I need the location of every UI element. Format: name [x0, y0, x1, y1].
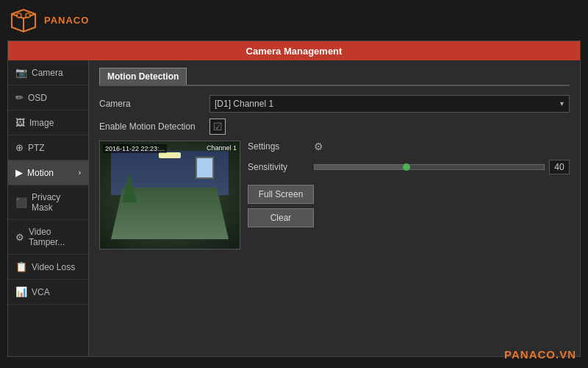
full-screen-button[interactable]: Full Screen: [248, 185, 314, 204]
panel-content: 📷 Camera ✏ OSD 🖼 Image ⊕ PTZ ▶ Motion ›: [8, 60, 580, 356]
right-content: Motion Detection Camera [D1] Channel 1 […: [89, 60, 580, 356]
settings-label: Settings: [248, 141, 314, 152]
image-icon: 🖼: [15, 117, 25, 128]
clear-button[interactable]: Clear: [248, 208, 314, 227]
camera-icon: 📷: [15, 67, 27, 78]
sidebar-item-motion[interactable]: ▶ Motion ›: [8, 160, 88, 185]
camera-form-row: Camera [D1] Channel 1 [D2] Channel 2 [D3…: [99, 95, 570, 113]
camera-channel: Channel 1: [207, 144, 237, 152]
sidebar-item-image[interactable]: 🖼 Image: [8, 110, 88, 135]
brand-name: PANACO: [44, 15, 89, 26]
privacy-icon: ⬛: [15, 197, 27, 208]
sidebar-label-tamper: Video Tamper...: [29, 227, 81, 247]
panel-title: Camera Management: [246, 46, 343, 57]
tab-header: Motion Detection: [99, 68, 570, 86]
sensitivity-row: Sensitivity 40: [248, 160, 570, 174]
logo-icon: [6, 7, 41, 35]
osd-icon: ✏: [15, 92, 24, 103]
sensitivity-value: 40: [549, 160, 570, 174]
logo-area: PANACO: [6, 7, 89, 35]
sidebar-label-vca: VCA: [32, 287, 50, 297]
sidebar-label-privacy: Privacy Mask: [32, 192, 81, 213]
sidebar-label-videoloss: Video Loss: [32, 262, 75, 272]
fisheye-scene: [100, 141, 240, 249]
enable-motion-label: Enable Motion Detection: [99, 121, 209, 132]
main-panel: Camera Management 📷 Camera ✏ OSD 🖼 Image…: [7, 40, 581, 357]
top-bar: PANACO: [0, 0, 588, 40]
camera-field-label: Camera: [99, 99, 209, 109]
sidebar-item-video-tamper[interactable]: ⚙ Video Tamper...: [8, 220, 88, 255]
sidebar-item-ptz[interactable]: ⊕ PTZ: [8, 135, 88, 160]
sidebar-label-motion: Motion: [27, 168, 54, 178]
settings-row: Settings ⚙: [248, 141, 570, 152]
tab-motion-detection[interactable]: Motion Detection: [99, 68, 187, 85]
camera-select[interactable]: [D1] Channel 1 [D2] Channel 2 [D3] Chann…: [209, 95, 570, 113]
ptz-icon: ⊕: [15, 142, 24, 153]
sidebar-item-osd[interactable]: ✏ OSD: [8, 85, 88, 110]
sidebar-item-video-loss[interactable]: 📋 Video Loss: [8, 255, 88, 280]
camera-select-wrapper: [D1] Channel 1 [D2] Channel 2 [D3] Chann…: [209, 95, 570, 113]
room-visual: [111, 151, 229, 239]
settings-gear-icon[interactable]: ⚙: [314, 141, 323, 152]
camera-feed: 2016-11-22 22:23:... Channel 1: [99, 141, 240, 250]
panel-title-bar: Camera Management: [8, 41, 580, 60]
enable-motion-row: Enable Motion Detection ☑: [99, 118, 570, 135]
sensitivity-label: Sensitivity: [248, 162, 314, 172]
sidebar-label-image: Image: [29, 118, 54, 128]
camera-select-wrap: [D1] Channel 1 [D2] Channel 2 [D3] Chann…: [209, 95, 570, 113]
motion-arrow-icon: ›: [79, 169, 81, 177]
sensitivity-slider-thumb[interactable]: [403, 163, 410, 171]
sidebar: 📷 Camera ✏ OSD 🖼 Image ⊕ PTZ ▶ Motion ›: [8, 60, 89, 356]
enable-motion-checkbox[interactable]: ☑: [209, 118, 226, 135]
sidebar-label-camera: Camera: [32, 68, 63, 78]
tamper-icon: ⚙: [15, 232, 24, 243]
window-element: [196, 157, 214, 179]
videoloss-icon: 📋: [15, 261, 27, 272]
sidebar-label-ptz: PTZ: [28, 143, 45, 153]
settings-panel: Settings ⚙ Sensitivity 40 Full Screen: [248, 141, 570, 250]
svg-point-3: [26, 14, 29, 17]
camera-timestamp: 2016-11-22 22:23:...: [103, 144, 167, 153]
camera-settings-row: 2016-11-22 22:23:... Channel 1 Settings …: [99, 141, 570, 250]
sensitivity-slider-fill: [315, 165, 406, 169]
sidebar-item-privacy-mask[interactable]: ⬛ Privacy Mask: [8, 185, 88, 220]
bottom-brand: PANACO.VN: [504, 348, 576, 361]
motion-icon: ▶: [15, 167, 23, 178]
ceiling-light: [159, 152, 181, 158]
checkbox-icon: ☑: [213, 121, 223, 132]
svg-point-2: [18, 14, 21, 17]
sensitivity-slider-track[interactable]: [314, 164, 545, 170]
sidebar-label-osd: OSD: [28, 93, 47, 103]
vca-icon: 📊: [15, 286, 27, 297]
sidebar-item-camera[interactable]: 📷 Camera: [8, 60, 88, 85]
sidebar-item-vca[interactable]: 📊 VCA: [8, 280, 88, 305]
